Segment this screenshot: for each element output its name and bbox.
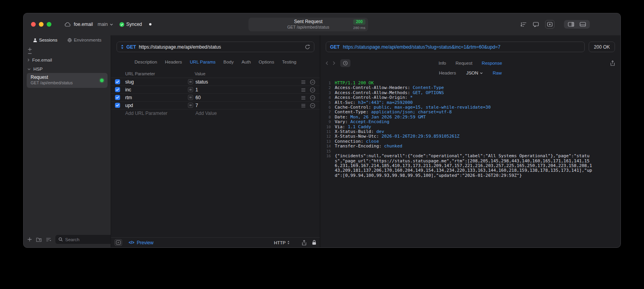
add-url-parameter-field[interactable]: Add URL Parameter bbox=[125, 111, 168, 116]
line-number: 10 bbox=[323, 125, 331, 129]
response-json-body: {"incidents":null,"overall":{"code":"ope… bbox=[335, 154, 593, 178]
row-remove-icon[interactable] bbox=[310, 87, 315, 93]
tab-testing[interactable]: Testing bbox=[282, 60, 296, 64]
response-line: 16{"incidents":null,"overall":{"code":"o… bbox=[323, 154, 593, 178]
row-menu-icon[interactable] bbox=[301, 96, 306, 100]
response-url-bar[interactable]: GET https://statuspage.me/api/embed/stat… bbox=[326, 42, 585, 52]
share-icon[interactable] bbox=[302, 240, 306, 245]
param-name-cell[interactable]: inc bbox=[125, 87, 131, 93]
preview-button[interactable]: </> Preview bbox=[129, 240, 153, 245]
traffic-lights bbox=[31, 22, 51, 27]
check-circle-icon bbox=[119, 22, 124, 27]
param-enabled-checkbox[interactable] bbox=[115, 87, 120, 92]
param-name-cell[interactable]: rtm bbox=[125, 95, 132, 100]
project-area: foe.email main Synced bbox=[64, 13, 151, 35]
tab-body[interactable]: Body bbox=[223, 60, 234, 64]
view-headers[interactable]: Headers bbox=[439, 71, 456, 75]
project-name[interactable]: foe.email bbox=[74, 22, 93, 27]
response-url-row: GET https://statuspage.me/api/embed/stat… bbox=[326, 42, 615, 52]
code-review-icon[interactable] bbox=[533, 22, 539, 27]
filter-list-icon[interactable] bbox=[46, 238, 51, 242]
protocol-label: HTTP bbox=[274, 240, 286, 245]
param-enabled-checkbox[interactable] bbox=[115, 79, 120, 84]
minimize-window-button[interactable] bbox=[39, 22, 44, 27]
zoom-window-button[interactable] bbox=[47, 22, 51, 27]
param-value-cell[interactable]: 7 bbox=[195, 103, 198, 108]
view-raw[interactable]: Raw bbox=[493, 71, 502, 75]
protocol-selector[interactable]: HTTP bbox=[274, 240, 290, 245]
param-row-slug: slug status bbox=[111, 78, 320, 86]
header-value: Accept-Encoding bbox=[350, 120, 593, 124]
request-url[interactable]: https://statuspage.me/api/embed/status bbox=[139, 44, 221, 50]
row-remove-icon[interactable] bbox=[310, 103, 315, 108]
new-group-icon[interactable] bbox=[36, 237, 42, 242]
param-name-cell[interactable]: upd bbox=[125, 103, 133, 108]
line-number: 7 bbox=[323, 110, 331, 115]
close-window-button[interactable] bbox=[31, 22, 36, 27]
titlebar-actions bbox=[520, 13, 590, 35]
branch-selector[interactable]: main bbox=[98, 22, 113, 27]
tab-description[interactable]: Description bbox=[135, 60, 157, 64]
tab-sessions[interactable]: Sessions bbox=[33, 38, 58, 42]
response-body[interactable]: 1HTTP/1.1 200 OK 2Access-Control-Allow-H… bbox=[323, 81, 593, 246]
request-summary-title: Sent Request bbox=[248, 19, 368, 25]
modified-indicator-dot bbox=[149, 23, 151, 25]
tab-response[interactable]: Response bbox=[482, 61, 502, 65]
view-json-selector[interactable]: JSON bbox=[466, 71, 483, 75]
sidebar-group-foe-email[interactable]: Foe.email bbox=[27, 56, 52, 64]
tab-info[interactable]: Info bbox=[439, 61, 446, 65]
collapse-panel-icon[interactable] bbox=[115, 239, 122, 246]
tab-auth[interactable]: Auth bbox=[241, 60, 251, 64]
row-remove-icon[interactable] bbox=[310, 95, 315, 100]
import-request-icon[interactable] bbox=[545, 20, 555, 29]
param-enabled-checkbox[interactable] bbox=[115, 103, 120, 108]
resend-icon[interactable] bbox=[305, 44, 310, 49]
header-name: Access-Control-Allow-Headers: bbox=[335, 85, 413, 90]
response-method: GET bbox=[330, 44, 340, 50]
header-name: Content-Type: bbox=[335, 110, 371, 115]
tab-options[interactable]: Options bbox=[259, 60, 274, 64]
request-url-bar[interactable]: GET https://statuspage.me/api/embed/stat… bbox=[117, 42, 314, 52]
request-footer: </> Preview HTTP bbox=[111, 237, 320, 247]
param-enabled-checkbox[interactable] bbox=[115, 95, 120, 100]
request-method[interactable]: GET bbox=[126, 44, 136, 50]
minus-icon[interactable] bbox=[28, 53, 32, 54]
add-value-field[interactable]: Add Value bbox=[195, 111, 217, 116]
add-icon[interactable] bbox=[28, 47, 32, 51]
tab-headers[interactable]: Headers bbox=[165, 60, 182, 64]
code-icon: </> bbox=[129, 240, 134, 245]
line-number: 5 bbox=[323, 100, 331, 105]
request-tabs: Description Headers URL Params Body Auth… bbox=[111, 60, 320, 64]
row-menu-icon[interactable] bbox=[301, 88, 306, 92]
sync-label: Synced bbox=[126, 22, 142, 27]
method-stepper-icon[interactable] bbox=[121, 45, 124, 49]
sidebar-add-controls bbox=[28, 47, 32, 54]
header-value: chunked bbox=[384, 144, 593, 149]
row-remove-icon[interactable] bbox=[310, 80, 315, 85]
param-value-cell[interactable]: status bbox=[195, 79, 208, 85]
line-number: 15 bbox=[323, 149, 331, 154]
response-line: 9Vary: Accept-Encoding bbox=[323, 120, 593, 124]
lock-icon[interactable] bbox=[312, 240, 316, 245]
sidebar-group-hsp[interactable]: HSP bbox=[27, 65, 43, 73]
toggle-right-sidebar-icon[interactable] bbox=[568, 22, 574, 27]
row-menu-icon[interactable] bbox=[301, 80, 306, 84]
sort-lines-icon[interactable] bbox=[520, 22, 527, 27]
sync-status[interactable]: Synced bbox=[119, 22, 142, 27]
sidebar-item-request[interactable]: Request GET /api/embed/status bbox=[27, 73, 108, 88]
row-menu-icon[interactable] bbox=[301, 104, 306, 107]
tab-request[interactable]: Request bbox=[456, 61, 473, 65]
response-status-badge: 200 OK bbox=[589, 42, 615, 52]
param-value-cell[interactable]: 60 bbox=[195, 95, 201, 100]
line-number: 4 bbox=[323, 95, 331, 100]
tab-url-params[interactable]: URL Params bbox=[190, 60, 215, 64]
sidebar-footer bbox=[27, 235, 108, 244]
param-name-cell[interactable]: slug bbox=[125, 79, 134, 85]
tab-environments[interactable]: Environments bbox=[68, 38, 101, 42]
request-summary-pill[interactable]: Sent Request GET /api/embed/status 200 2… bbox=[248, 18, 368, 31]
add-request-icon[interactable] bbox=[27, 237, 32, 242]
param-value-cell[interactable]: 1 bbox=[195, 87, 198, 93]
equals-icon bbox=[188, 87, 193, 92]
toggle-bottom-panel-icon[interactable] bbox=[580, 22, 586, 27]
request-summary-subtitle: GET /api/embed/status bbox=[248, 25, 368, 30]
